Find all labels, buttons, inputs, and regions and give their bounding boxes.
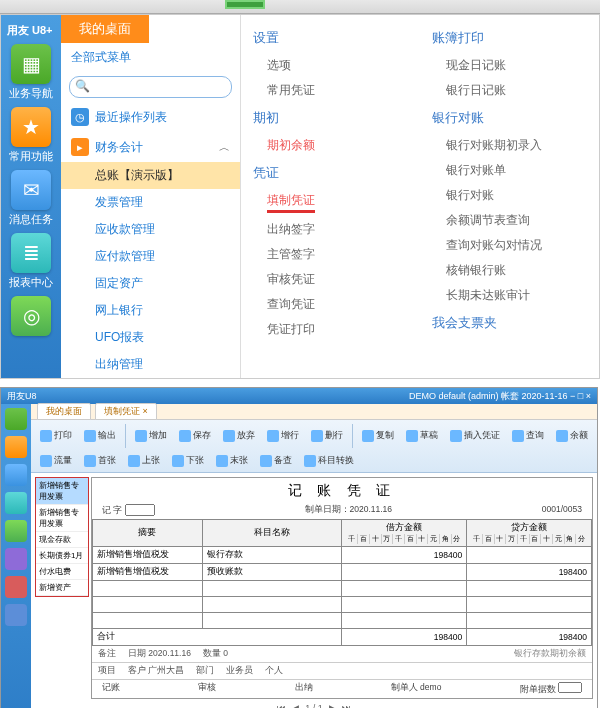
- btn-draft[interactable]: 草稿: [403, 424, 441, 448]
- list-item[interactable]: 新增销售专用发票: [36, 505, 88, 532]
- btn-insert[interactable]: 插入凭证: [447, 424, 503, 448]
- sub-cashier[interactable]: 出纳管理: [61, 351, 240, 378]
- sub-ar[interactable]: 应收款管理: [61, 216, 240, 243]
- btn-del-row[interactable]: 删行: [308, 424, 346, 448]
- pager: ⏮ ◀ 1 / 1 ▶ ⏭: [35, 699, 593, 709]
- list-item[interactable]: 新增资产: [36, 580, 88, 596]
- rail-ic[interactable]: [5, 576, 27, 598]
- grp-checkbook[interactable]: 我会支票夹: [432, 310, 587, 336]
- link-bank-journal[interactable]: 银行日记账: [432, 80, 587, 101]
- link-cash-journal[interactable]: 现金日记账: [432, 55, 587, 76]
- btn-last[interactable]: 末张: [213, 454, 251, 468]
- link-opening-balance[interactable]: 期初余额: [253, 135, 408, 156]
- recent-ops-label: 最近操作列表: [95, 109, 167, 126]
- sub-ufo-report[interactable]: UFO报表: [61, 324, 240, 351]
- voucher-type-input[interactable]: [125, 504, 155, 516]
- rail-label: 消息任务: [9, 212, 53, 227]
- save-icon: [179, 430, 191, 442]
- btn-flow[interactable]: 流量: [37, 454, 75, 468]
- link-bank-statement[interactable]: 银行对账单: [432, 160, 587, 181]
- copy-icon: [362, 430, 374, 442]
- link-make-voucher[interactable]: 填制凭证: [253, 190, 408, 215]
- link-balance-adj[interactable]: 余额调节表查询: [432, 210, 587, 231]
- table-row[interactable]: 新增销售增值税发银行存款198400: [93, 546, 592, 563]
- page-next[interactable]: ▶: [329, 703, 336, 709]
- btn-copy[interactable]: 复制: [359, 424, 397, 448]
- rail-ic[interactable]: [5, 548, 27, 570]
- list-item[interactable]: 付水电费: [36, 564, 88, 580]
- table-row[interactable]: [93, 596, 592, 612]
- prev-icon: [128, 455, 140, 467]
- link-query-voucher[interactable]: 查询凭证: [253, 294, 408, 315]
- btn-save[interactable]: 保存: [176, 424, 214, 448]
- sub-online-bank[interactable]: 网上银行: [61, 297, 240, 324]
- list-item[interactable]: 长期债券1月: [36, 548, 88, 564]
- tab-voucher[interactable]: 填制凭证 ×: [95, 403, 157, 420]
- link-audit-voucher[interactable]: 审核凭证: [253, 269, 408, 290]
- tab-my-desktop[interactable]: 我的桌面: [61, 15, 240, 43]
- rail-messages[interactable]: ✉ 消息任务: [8, 170, 54, 227]
- title-right: DEMO default (admin) 帐套 2020-11-16 − □ ×: [409, 390, 591, 403]
- voucher-detail2: 项目 客户 广州大昌 部门 业务员 个人: [92, 663, 592, 680]
- rail-favorites[interactable]: ★ 常用功能: [8, 107, 54, 164]
- sub-invoice[interactable]: 发票管理: [61, 189, 240, 216]
- page-first[interactable]: ⏮: [277, 703, 286, 709]
- sub-ap[interactable]: 应付款管理: [61, 243, 240, 270]
- link-print-voucher[interactable]: 凭证打印: [253, 319, 408, 340]
- os-titlebar: [0, 0, 600, 14]
- list-item[interactable]: 现金存款: [36, 532, 88, 548]
- btn-prev[interactable]: 上张: [125, 454, 163, 468]
- rail-reports[interactable]: ≣ 报表中心: [8, 233, 54, 290]
- balance-icon: [556, 430, 568, 442]
- rail-explore[interactable]: ◎: [8, 296, 54, 338]
- rail-ic[interactable]: [5, 492, 27, 514]
- page-last[interactable]: ⏭: [342, 703, 351, 709]
- btn-discard[interactable]: 放弃: [220, 424, 258, 448]
- btn-switch[interactable]: 科目转换: [301, 454, 357, 468]
- link-bank-rec[interactable]: 银行对账: [432, 185, 587, 206]
- link-verify-bank[interactable]: 核销银行账: [432, 260, 587, 281]
- link-cashier-sign[interactable]: 出纳签字: [253, 219, 408, 240]
- rail-ic[interactable]: [5, 408, 27, 430]
- btn-ref[interactable]: 备查: [257, 454, 295, 468]
- sub-general-ledger[interactable]: 总账【演示版】: [61, 162, 240, 189]
- first-icon: [84, 455, 96, 467]
- btn-print[interactable]: 打印: [37, 424, 75, 448]
- btn-add[interactable]: 增加: [132, 424, 170, 448]
- list-item[interactable]: 新增销售专用发票: [36, 478, 88, 505]
- table-row[interactable]: [93, 580, 592, 596]
- sub-fixed-assets[interactable]: 固定资产: [61, 270, 240, 297]
- rail-biz-nav[interactable]: ▦ 业务导航: [8, 44, 54, 101]
- btn-balance[interactable]: 余额: [553, 424, 591, 448]
- fin-acct-row[interactable]: ▸ 财务会计 ︿: [61, 132, 240, 162]
- link-bank-open[interactable]: 银行对账期初录入: [432, 135, 587, 156]
- table-row[interactable]: [93, 612, 592, 628]
- link-supervisor-sign[interactable]: 主管签字: [253, 244, 408, 265]
- grp-ledger-print: 账簿打印: [432, 25, 587, 51]
- grp-settings: 设置: [253, 25, 408, 51]
- all-menu-link[interactable]: 全部式菜单: [61, 43, 240, 72]
- voucher-date[interactable]: 2020.11.16: [350, 504, 393, 514]
- search-wrap: 🔍: [61, 72, 240, 102]
- link-options[interactable]: 选项: [253, 55, 408, 76]
- table-row[interactable]: 新增销售增值税发预收账款198400: [93, 563, 592, 580]
- btn-next[interactable]: 下张: [169, 454, 207, 468]
- link-common-voucher[interactable]: 常用凭证: [253, 80, 408, 101]
- btn-query[interactable]: 查询: [509, 424, 547, 448]
- tab-desktop[interactable]: 我的桌面: [37, 403, 91, 420]
- link-long-outstanding[interactable]: 长期未达账审计: [432, 285, 587, 306]
- rail-ic[interactable]: [5, 464, 27, 486]
- voucher-title: 记 账 凭 证: [92, 478, 592, 504]
- search-input[interactable]: [69, 76, 232, 98]
- attach-input[interactable]: [558, 682, 582, 693]
- recent-ops-row[interactable]: ◷ 最近操作列表: [61, 102, 240, 132]
- rail-ic[interactable]: [5, 436, 27, 458]
- rail-ic[interactable]: [5, 604, 27, 626]
- rail-ic[interactable]: [5, 520, 27, 542]
- btn-first[interactable]: 首张: [81, 454, 119, 468]
- voucher-table: 摘要 科目名称 借方金额千百十万千百十元角分 贷方金额千百十万千百十元角分 新增…: [92, 519, 592, 646]
- page-prev[interactable]: ◀: [292, 703, 299, 709]
- link-query-match[interactable]: 查询对账勾对情况: [432, 235, 587, 256]
- btn-add-row[interactable]: 增行: [264, 424, 302, 448]
- btn-export[interactable]: 输出: [81, 424, 119, 448]
